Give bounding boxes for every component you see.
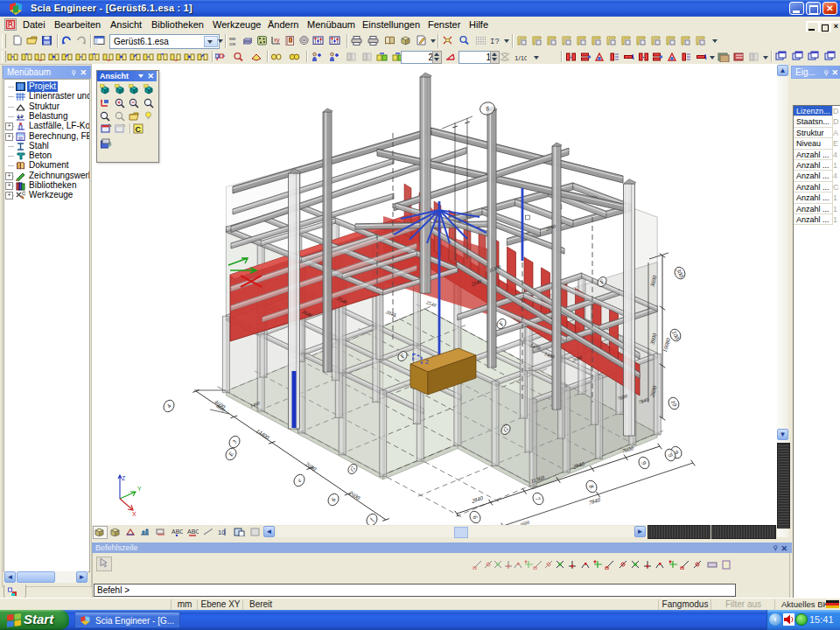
svg-text:2600: 2600	[348, 489, 361, 501]
svg-text:14400: 14400	[256, 427, 271, 440]
svg-text:Z: Z	[122, 475, 126, 481]
svg-text:ABC: ABC	[172, 528, 183, 535]
svg-text:2600: 2600	[304, 460, 318, 472]
svg-text:Y: Y	[137, 486, 142, 492]
svg-text:7840: 7840	[588, 496, 601, 506]
svg-text:1/10: 1/10	[514, 54, 527, 62]
svg-text:2040: 2040	[385, 309, 396, 318]
svg-text:2540: 2540	[425, 299, 437, 308]
svg-text:I?: I?	[490, 38, 500, 46]
svg-text:xy: xy	[274, 37, 280, 44]
svg-text:10080: 10080	[662, 337, 671, 353]
svg-text:C: C	[136, 125, 142, 134]
svg-text:X: X	[132, 511, 136, 517]
svg-text:ABC: ABC	[187, 528, 199, 535]
svg-text:cm: cm	[229, 41, 236, 46]
svg-text:10: 10	[218, 528, 225, 536]
svg-text:2840: 2840	[471, 494, 484, 504]
svg-text:2: 2	[425, 359, 429, 365]
